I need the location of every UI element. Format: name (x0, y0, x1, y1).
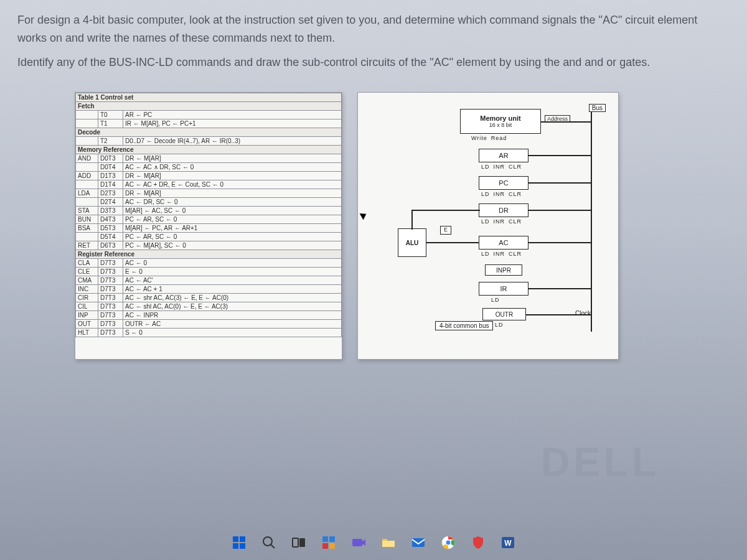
question-p2: Identify any of the BUS-INC-LD commands … (17, 54, 730, 72)
file-explorer-icon[interactable] (378, 532, 399, 553)
table-row: STAD3T3M[AR] ← AC, SC ← 0 (76, 207, 342, 215)
register-outr: OUTR (482, 308, 526, 320)
table-row: D1T4AC ← AC + DR, E ← Cout, SC ← 0 (76, 180, 342, 189)
table-row: BUND4T3PC ← AR, SC ← 0 (76, 215, 342, 224)
table-row: RETD6T3PC ← M[AR], SC ← 0 (76, 241, 342, 250)
outr-signals: LD (495, 322, 504, 328)
svg-point-4 (263, 537, 272, 546)
table-row: CMAD7T3AC ← AC' (76, 276, 342, 285)
ir-signals: LD (491, 297, 500, 303)
table-row: CLED7T3E ← 0 (76, 268, 342, 276)
pc-signals: LDINRCLR (481, 191, 522, 197)
block-diagram: Bus Memory unit 16 x 8 bit Address Write… (367, 104, 609, 348)
section-header: Register Reference (76, 250, 342, 259)
register-ar: AR (479, 149, 529, 162)
register-dr: DR (479, 203, 529, 217)
register-pc: PC (479, 176, 529, 190)
table-row: CIRD7T3AC ← shr AC, AC(3) ← E, E ← AC(0) (76, 294, 342, 302)
table-row: CLAD7T3AC ← 0 (76, 259, 342, 268)
chrome-icon[interactable] (438, 532, 459, 553)
svg-rect-13 (382, 541, 395, 547)
clock-label: Clock (575, 310, 591, 317)
table-row: T1IR ← M[AR], PC ← PC+1 (76, 119, 342, 128)
question-p1: For design a 4-bit basic computer, look … (17, 11, 730, 47)
memory-unit: Memory unit 16 x 8 bit (460, 109, 541, 134)
bus-line (591, 108, 592, 332)
common-bus-label: 4-bit common bus (435, 321, 493, 330)
question-text: For design a 4-bit basic computer, look … (0, 0, 747, 71)
svg-rect-0 (233, 536, 238, 542)
section-header: Fetch (76, 102, 342, 111)
table-row: INCD7T3AC ← AC + 1 (76, 285, 342, 294)
widgets-icon[interactable] (318, 532, 339, 553)
svg-rect-3 (240, 543, 245, 549)
e-flipflop: E (440, 226, 451, 235)
instruction-table: Table 1 Control set FetchT0AR ← PCT1IR ←… (75, 93, 342, 337)
taskview-icon[interactable] (288, 532, 309, 553)
svg-line-5 (271, 544, 275, 548)
section-header: Memory Reference (76, 146, 342, 154)
svg-rect-1 (240, 536, 245, 542)
taskbar: W (0, 525, 747, 560)
table-row: D2T4AC ← DR, SC ← 0 (76, 198, 342, 207)
table-row: ADDD1T3DR ← M[AR] (76, 172, 342, 180)
table-row: D0T4AC ← AC ∧ DR, SC ← 0 (76, 163, 342, 172)
svg-rect-9 (329, 536, 335, 542)
svg-rect-8 (322, 536, 328, 542)
table-row: ANDD0T3DR ← M[AR] (76, 154, 342, 163)
table-row: HLTD7T3S ← 0 (76, 329, 342, 337)
svg-rect-14 (412, 538, 425, 547)
instruction-table-panel: Table 1 Control set FetchT0AR ← PCT1IR ←… (75, 92, 342, 360)
security-icon[interactable] (467, 532, 489, 553)
svg-rect-10 (322, 543, 328, 549)
ar-signals: LDINRCLR (481, 164, 522, 170)
register-ac: AC (479, 236, 529, 250)
search-icon[interactable] (258, 532, 280, 553)
camera-icon[interactable] (348, 532, 369, 553)
watermark: DELL (541, 439, 660, 485)
table-row: T2D0..D7 ← Decode IR(4..7), AR ← IR(0..3… (76, 137, 342, 146)
table-row: LDAD2T3DR ← M[AR] (76, 189, 342, 198)
bus-label: Bus (589, 104, 606, 112)
table-title: Table 1 Control set (76, 93, 342, 102)
register-inpr: INPR (485, 264, 522, 276)
ac-signals: LDINRCLR (481, 251, 522, 257)
svg-text:W: W (504, 539, 512, 548)
dr-signals: LDINRCLR (481, 218, 522, 225)
table-row: D5T4PC ← AR, SC ← 0 (76, 233, 342, 241)
svg-rect-7 (299, 538, 305, 547)
mail-icon[interactable] (408, 532, 429, 553)
start-button[interactable] (228, 532, 250, 553)
table-row: CILD7T3AC ← shl AC, AC(0) ← E, E ← AC(3) (76, 302, 342, 311)
section-header: Decode (76, 128, 342, 137)
alu-block: ALU (398, 228, 426, 257)
figure-row: Table 1 Control set FetchT0AR ← PCT1IR ←… (0, 77, 747, 360)
block-diagram-panel: Bus Memory unit 16 x 8 bit Address Write… (357, 92, 619, 360)
table-row: INPD7T3AC ← INPR (76, 311, 342, 320)
table-row: OUTD7T3OUTR ← AC (76, 320, 342, 329)
register-ir: IR (479, 282, 529, 296)
svg-rect-6 (293, 538, 298, 547)
svg-rect-2 (233, 543, 238, 549)
memory-signals: WriteRead (471, 135, 507, 141)
table-row: BSAD5T3M[AR] ← PC, AR ← AR+1 (76, 224, 342, 233)
word-icon[interactable]: W (497, 532, 519, 553)
svg-rect-12 (352, 539, 362, 546)
svg-rect-11 (329, 543, 335, 549)
table-row: T0AR ← PC (76, 111, 342, 119)
